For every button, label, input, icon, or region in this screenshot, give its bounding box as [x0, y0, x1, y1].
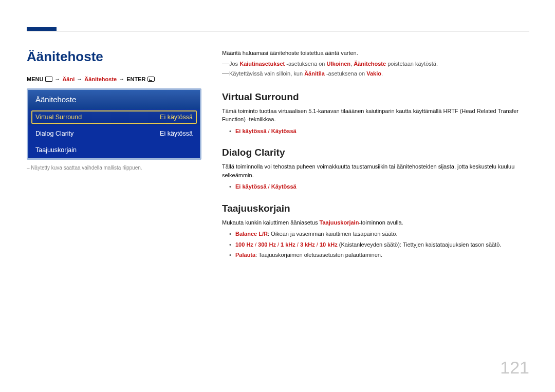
breadcrumb-enter: ENTER — [126, 76, 145, 82]
eq-text: (Kaistanleveyden säätö): Tiettyjen kaist… — [338, 241, 502, 248]
osd-row-taajuuskorjain[interactable]: Taajuuskorjain — [28, 142, 200, 158]
breadcrumb: MENU → Ääni → Äänitehoste → ENTER — [27, 76, 201, 82]
eq-band: 10 kHz — [320, 241, 338, 248]
osd-panel: Äänitehoste Virtual Surround Ei käytössä… — [27, 88, 201, 160]
panel-caption: Näytetty kuva saattaa vaihdella mallista… — [27, 165, 201, 171]
note-bold: Äänitila — [304, 70, 325, 77]
eq-label: Balance L/R — [235, 231, 268, 237]
intro-note-2: ― Käytettävissä vain silloin, kun Ääniti… — [222, 69, 529, 78]
intro-line: Määritä haluamasi äänitehoste toistettua… — [222, 49, 529, 58]
eq-band: 3 kHz — [300, 241, 315, 248]
section-heading-virtual: Virtual Surround — [222, 91, 529, 103]
eq-text: : Taajuuskorjaimen oletusasetusten palau… — [255, 252, 382, 258]
osd-row-value: Ei käytössä — [160, 114, 193, 121]
eq-desc-pre: Mukauta kunkin kaiuttimen ääniasetus — [222, 219, 320, 226]
option-line-dialog: Ei käytössä / Käytössä — [222, 182, 529, 192]
option-line-virtual: Ei käytössä / Käytössä — [222, 127, 529, 136]
header-accent — [27, 27, 57, 31]
eq-desc-post: -toiminnon avulla. — [359, 219, 403, 226]
osd-row-value: Ei käytössä — [160, 130, 193, 137]
page-title: Äänitehoste — [27, 49, 201, 65]
section-desc-virtual: Tämä toiminto tuottaa virtuaalisen 5.1-k… — [222, 107, 529, 124]
header-rule — [27, 31, 529, 31]
eq-band: 1 kHz — [281, 241, 295, 248]
option-value: Ei käytössä — [235, 183, 267, 190]
option-sep: / — [267, 183, 271, 190]
note-bold: Ulkoinen — [327, 61, 350, 67]
section-heading-eq: Taajuuskorjain — [222, 203, 529, 214]
breadcrumb-menu: MENU — [27, 76, 43, 82]
note-bold: Äänitehoste — [354, 61, 386, 67]
note-text: -asetuksena on — [325, 70, 366, 77]
breadcrumb-item-aanitehoste: Äänitehoste — [84, 76, 117, 82]
note-text: Jos — [229, 61, 239, 67]
note-text: Käytettävissä vain silloin, kun — [229, 70, 304, 77]
eq-text: : Oikean ja vasemman kaiuttimen tasapain… — [268, 231, 398, 237]
osd-row-virtual-surround[interactable]: Virtual Surround Ei käytössä — [28, 109, 200, 125]
section-heading-dialog: Dialog Clarity — [222, 147, 529, 158]
arrow-icon: → — [54, 76, 60, 82]
osd-row-label: Taajuuskorjain — [35, 146, 77, 154]
osd-row-label: Dialog Clarity — [35, 130, 73, 137]
eq-desc-bold: Taajuuskorjain — [320, 219, 359, 226]
enter-icon — [147, 77, 155, 82]
option-value: Käytössä — [271, 128, 297, 134]
intro-note-1: ― Jos Kaiutinasetukset -asetuksena on Ul… — [222, 60, 529, 68]
dash-icon: ― — [222, 69, 229, 78]
arrow-icon: → — [77, 76, 82, 82]
osd-panel-title: Äänitehoste — [28, 90, 200, 109]
osd-row-dialog-clarity[interactable]: Dialog Clarity Ei käytössä — [28, 125, 200, 142]
eq-bullet-balance: Balance L/R: Oikean ja vasemman kaiuttim… — [222, 230, 529, 239]
eq-band: 100 Hz — [235, 241, 253, 248]
option-value: Käytössä — [271, 183, 297, 190]
eq-label: Palauta — [235, 252, 255, 258]
page-number: 121 — [500, 358, 529, 378]
section-desc-dialog: Tällä toiminnolla voi tehostaa puheen vo… — [222, 162, 529, 179]
note-bold: Kaiutinasetukset — [239, 61, 285, 67]
breadcrumb-item-aani: Ääni — [62, 76, 75, 82]
arrow-icon: → — [119, 76, 124, 82]
note-text: -asetuksena on — [285, 61, 326, 67]
note-text: . — [381, 70, 383, 77]
eq-band: 300 Hz — [258, 241, 276, 248]
menu-icon — [45, 77, 52, 82]
section-desc-eq: Mukauta kunkin kaiuttimen ääniasetus Taa… — [222, 218, 529, 227]
eq-bullet-reset: Palauta: Taajuuskorjaimen oletusasetuste… — [222, 251, 529, 260]
option-value: Ei käytössä — [235, 128, 267, 134]
dash-icon: ― — [222, 60, 229, 68]
note-text: poistetaan käytöstä. — [386, 61, 438, 67]
osd-row-label: Virtual Surround — [35, 114, 82, 121]
eq-bullet-bands: 100 Hz / 300 Hz / 1 kHz / 3 kHz / 10 kHz… — [222, 240, 529, 250]
option-sep: / — [267, 128, 271, 134]
note-bold: Vakio — [366, 70, 381, 77]
